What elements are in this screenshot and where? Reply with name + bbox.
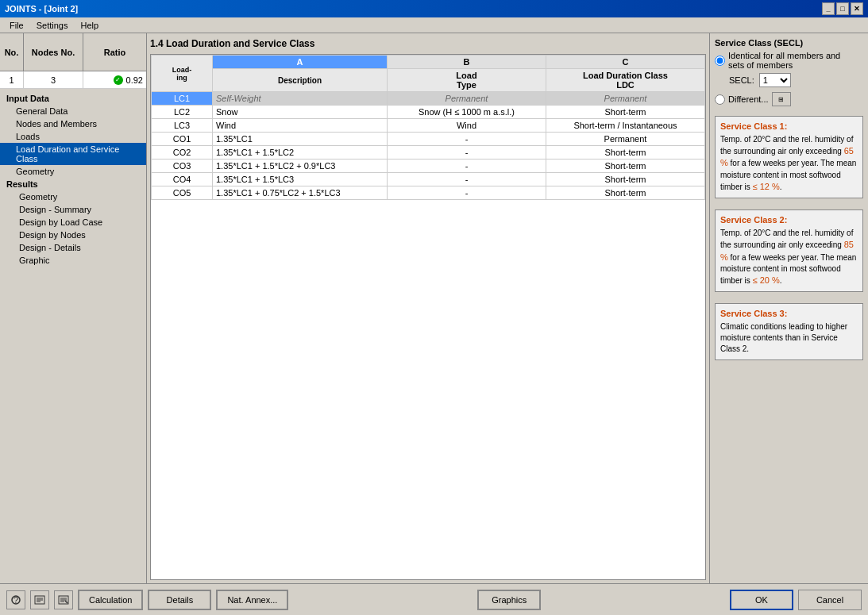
different-radio[interactable]	[715, 94, 725, 105]
table-row[interactable]: CO41.35*LC1 + 1.5*LC3-Short-term	[152, 173, 705, 186]
menu-help[interactable]: Help	[74, 20, 105, 31]
minimize-button[interactable]: _	[822, 2, 835, 15]
cell-id: CO1	[152, 133, 213, 146]
left-panel: No. Nodes No. Ratio 1 3 ✓ 0.92 Input Dat…	[0, 33, 147, 583]
content-title: 1.4 Load Duration and Service Class	[150, 37, 706, 51]
header-no: No.	[0, 33, 24, 71]
cell-ldc: Permanent	[546, 92, 705, 106]
service-class-2-box: Service Class 2: Temp. of 20°C and the r…	[715, 209, 863, 292]
th-loading: Load-ing	[152, 56, 213, 92]
title-bar-buttons: _ □ ✕	[822, 2, 863, 15]
nav-section: Input Data General Data Nodes and Member…	[0, 89, 146, 270]
sidebar-item-graphic[interactable]: Graphic	[0, 254, 146, 267]
service-class-1-text: Temp. of 20°C and the rel. humidity of t…	[720, 134, 858, 193]
cell-id: CO4	[152, 173, 213, 186]
check-icon: ✓	[114, 75, 123, 85]
th-col-c: C	[546, 56, 705, 69]
content-area: 1.4 Load Duration and Service Class Load…	[147, 33, 709, 583]
svg-text:?: ?	[14, 594, 18, 604]
cell-id: LC3	[152, 119, 213, 133]
title-text: JOINTS - [Joint 2]	[5, 4, 78, 13]
table-row[interactable]: LC2SnowSnow (H ≤ 1000 m a.s.l.)Short-ter…	[152, 106, 705, 119]
svg-line-10	[65, 601, 68, 603]
service-class-3-text: Climatic conditions leading to higher mo…	[720, 321, 858, 355]
cell-id: LC1	[152, 92, 213, 106]
cell-ldc: Short-term / Instantaneous	[546, 119, 705, 133]
th-col-a: A	[213, 56, 388, 69]
cell-load-type: -	[388, 133, 546, 146]
maximize-button[interactable]: □	[836, 2, 849, 15]
cell-desc: Self-Weight	[213, 92, 388, 106]
menu-settings[interactable]: Settings	[30, 20, 75, 31]
nat-annex-button[interactable]: Nat. Annex...	[216, 590, 288, 610]
sidebar-item-geometry-input[interactable]: Geometry	[0, 165, 146, 178]
table-row[interactable]: CO21.35*LC1 + 1.5*LC2-Short-term	[152, 146, 705, 160]
calculation-button[interactable]: Calculation	[78, 590, 143, 610]
th-col-a-desc: Description	[213, 69, 388, 92]
identical-radio[interactable]	[715, 56, 725, 66]
data-table-container: Load-ing A B C Description Load Type Loa…	[150, 54, 706, 580]
cell-nodes: 3	[24, 71, 83, 88]
secl-label: SECL:	[729, 75, 754, 85]
sidebar-item-loads[interactable]: Loads	[0, 130, 146, 143]
cell-load-type: Permanent	[388, 92, 546, 106]
left-table-header: No. Nodes No. Ratio	[0, 33, 146, 71]
toolbar-icon-3[interactable]	[54, 590, 73, 609]
cancel-button[interactable]: Cancel	[798, 590, 862, 610]
table-row[interactable]: LC1Self-WeightPermanentPermanent	[152, 92, 705, 106]
sidebar-item-design-summary[interactable]: Design - Summary	[0, 203, 146, 216]
cell-ldc: Permanent	[546, 133, 705, 146]
service-class-2-title: Service Class 2:	[720, 215, 858, 225]
cell-load-type: -	[388, 186, 546, 200]
table-row[interactable]: CO51.35*LC1 + 0.75*LC2 + 1.5*LC3-Short-t…	[152, 186, 705, 200]
sidebar-item-design-nodes[interactable]: Design by Nodes	[0, 229, 146, 241]
cell-ldc: Short-term	[546, 146, 705, 160]
service-class-1-box: Service Class 1: Temp. of 20°C and the r…	[715, 116, 863, 198]
th-col-b: B	[388, 56, 546, 69]
graphics-button[interactable]: Graphics	[477, 590, 541, 610]
menu-bar: File Settings Help	[0, 17, 868, 33]
secl-row: SECL: 1 2 3	[729, 73, 863, 87]
sidebar-item-nodes-members[interactable]: Nodes and Members	[0, 117, 146, 130]
sidebar-item-general-data[interactable]: General Data	[0, 105, 146, 117]
close-button[interactable]: ✕	[851, 2, 863, 15]
th-col-c-ldc: Load Duration Class LDC	[546, 69, 705, 92]
sidebar-item-load-duration[interactable]: Load Duration and Service Class	[0, 143, 146, 165]
different-button[interactable]: ⊞	[772, 92, 791, 106]
service-class-3-box: Service Class 3: Climatic conditions lea…	[715, 303, 863, 360]
cell-desc: Wind	[213, 119, 388, 133]
ok-button[interactable]: OK	[730, 590, 793, 610]
menu-file[interactable]: File	[3, 20, 30, 31]
table-row[interactable]: CO11.35*LC1-Permanent	[152, 133, 705, 146]
bottom-bar: ? Calculation Details Nat. Annex... Grap…	[0, 583, 868, 615]
input-data-label: Input Data	[0, 92, 146, 105]
sidebar-item-design-load-case[interactable]: Design by Load Case	[0, 216, 146, 229]
cell-ratio: ✓ 0.92	[83, 71, 146, 88]
toolbar-icon-1[interactable]: ?	[6, 590, 25, 609]
th-col-b-type: Load Type	[388, 69, 546, 92]
cell-id: CO3	[152, 160, 213, 173]
table-row[interactable]: LC3WindWindShort-term / Instantaneous	[152, 119, 705, 133]
cell-desc: 1.35*LC1	[213, 133, 388, 146]
table-row[interactable]: 1 3 ✓ 0.92	[0, 71, 146, 89]
cell-desc: 1.35*LC1 + 1.5*LC3	[213, 173, 388, 186]
sidebar-item-design-details[interactable]: Design - Details	[0, 241, 146, 254]
table-row[interactable]: CO31.35*LC1 + 1.5*LC2 + 0.9*LC3-Short-te…	[152, 160, 705, 173]
sidebar-item-geometry-result[interactable]: Geometry	[0, 190, 146, 203]
cell-load-type: -	[388, 160, 546, 173]
cell-load-type: Wind	[388, 119, 546, 133]
cell-load-type: -	[388, 173, 546, 186]
ratio-value: 0.92	[126, 75, 143, 85]
cell-desc: Snow	[213, 106, 388, 119]
cell-ldc: Short-term	[546, 160, 705, 173]
details-button[interactable]: Details	[148, 590, 211, 610]
different-label: Different...	[728, 94, 769, 104]
toolbar-icon-2[interactable]	[30, 590, 49, 609]
cell-desc: 1.35*LC1 + 1.5*LC2	[213, 146, 388, 160]
header-nodes: Nodes No.	[24, 33, 83, 71]
cell-no: 1	[0, 71, 24, 88]
cell-id: LC2	[152, 106, 213, 119]
secl-select[interactable]: 1 2 3	[759, 73, 791, 87]
cell-id: CO2	[152, 146, 213, 160]
service-class-section: Service Class (SECL) Identical for all m…	[715, 38, 863, 110]
